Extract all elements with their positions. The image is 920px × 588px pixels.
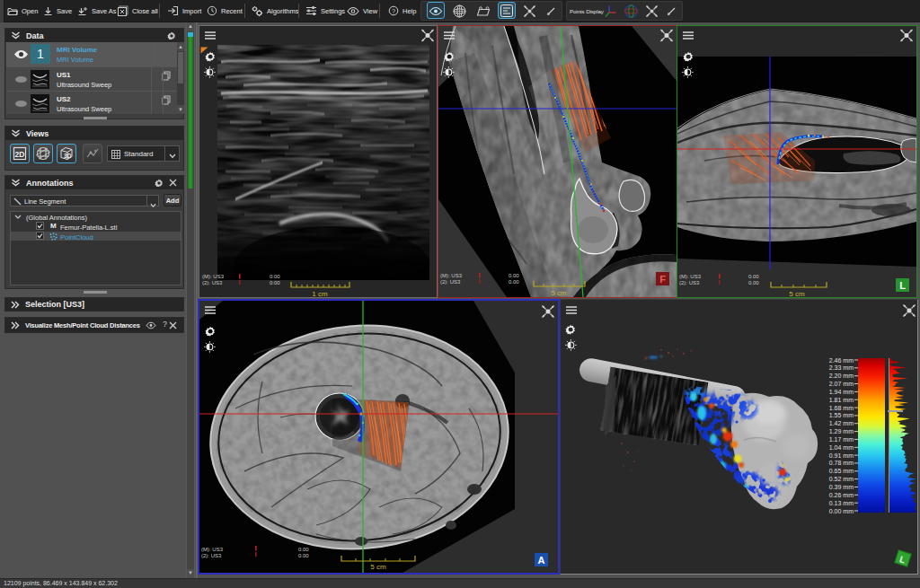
svg-text:0.00: 0.00 [298, 547, 309, 552]
svg-text:1.42 mm: 1.42 mm [829, 420, 854, 426]
svg-text:0.52 mm: 0.52 mm [829, 476, 854, 482]
svg-text:5 cm: 5 cm [789, 290, 805, 297]
svg-text:2.33 mm: 2.33 mm [829, 364, 854, 371]
svg-text:1.04 mm: 1.04 mm [829, 444, 854, 451]
svg-text:1.94 mm: 1.94 mm [829, 389, 854, 395]
svg-text:1 cm: 1 cm [312, 290, 328, 297]
svg-text:0.00: 0.00 [298, 553, 309, 558]
svg-text:(M): US3: (M): US3 [679, 274, 702, 279]
svg-text:F: F [659, 274, 666, 285]
svg-text:A: A [538, 555, 545, 566]
svg-text:5 cm: 5 cm [551, 289, 567, 297]
svg-text:0:00: 0:00 [270, 280, 280, 285]
svg-text:0.00: 0.00 [509, 279, 519, 285]
svg-text:2.20 mm: 2.20 mm [829, 373, 854, 379]
svg-text:(2): US3: (2): US3 [202, 280, 223, 285]
svg-text:L: L [899, 280, 906, 291]
svg-text:?: ? [392, 7, 395, 15]
svg-text:(M): US3: (M): US3 [202, 274, 225, 279]
svg-text:1.55 mm: 1.55 mm [829, 412, 854, 418]
svg-text:0.91 mm: 0.91 mm [829, 452, 854, 459]
svg-text:0.26 mm: 0.26 mm [829, 492, 854, 498]
svg-text:0.00: 0.00 [748, 280, 759, 285]
svg-text:2.46 mm: 2.46 mm [829, 357, 854, 364]
svg-text:(M): US3: (M): US3 [201, 547, 224, 552]
svg-text:2D: 2D [15, 150, 25, 159]
svg-text:0.00: 0.00 [509, 273, 519, 278]
svg-text:3D: 3D [64, 153, 72, 159]
svg-text:(2): US3: (2): US3 [440, 279, 461, 285]
svg-text:1.68 mm: 1.68 mm [829, 405, 854, 411]
svg-text:(2): US3: (2): US3 [201, 553, 222, 558]
svg-text:0.13 mm: 0.13 mm [829, 500, 854, 506]
svg-text:0.65 mm: 0.65 mm [829, 468, 854, 474]
svg-text:1.81 mm: 1.81 mm [829, 397, 854, 403]
svg-text:1.29 mm: 1.29 mm [829, 428, 854, 434]
svg-text:0.00 mm: 0.00 mm [829, 508, 854, 514]
svg-text:5 cm: 5 cm [370, 563, 386, 571]
svg-text:1.17 mm: 1.17 mm [829, 436, 854, 443]
svg-text:0:00: 0:00 [270, 274, 280, 279]
svg-text:0.00: 0.00 [748, 274, 759, 279]
svg-text:0.39 mm: 0.39 mm [829, 484, 854, 490]
svg-text:(2): US3: (2): US3 [679, 280, 700, 285]
svg-text:2.07 mm: 2.07 mm [829, 381, 854, 387]
svg-text:0.78 mm: 0.78 mm [829, 460, 854, 466]
svg-text:(M): US3: (M): US3 [440, 273, 463, 278]
